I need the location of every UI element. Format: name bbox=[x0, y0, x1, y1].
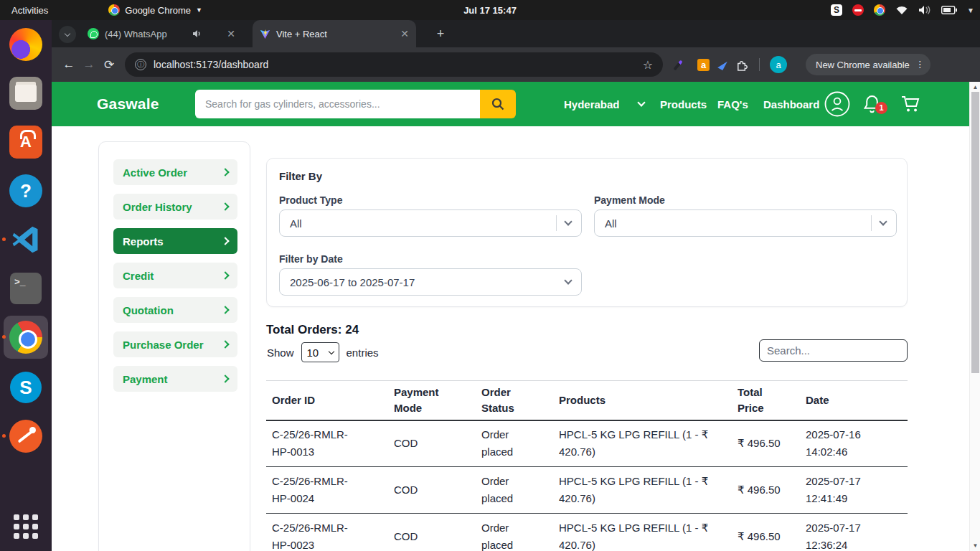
system-menu-chevron-icon[interactable]: ▼ bbox=[967, 6, 974, 14]
nav-link-faqs[interactable]: FAQ's bbox=[717, 82, 748, 126]
battery-icon[interactable] bbox=[941, 6, 957, 14]
extensions-icon[interactable] bbox=[735, 58, 749, 72]
reload-icon[interactable]: ⟳ bbox=[99, 55, 119, 75]
forward-icon[interactable]: → bbox=[79, 55, 99, 75]
browser-menu-icon[interactable]: ⋮ bbox=[915, 61, 925, 68]
new-tab-button[interactable]: + bbox=[432, 25, 449, 42]
help-icon: ? bbox=[9, 174, 42, 207]
dock-ubuntu-software[interactable]: A bbox=[7, 123, 44, 161]
chevron-down-icon bbox=[564, 217, 572, 225]
activities-button[interactable]: Activities bbox=[11, 5, 48, 16]
city-label: Hyderabad bbox=[564, 98, 620, 110]
toolbar-separator bbox=[759, 58, 760, 71]
chevron-right-icon bbox=[221, 271, 229, 279]
cell-order-status: Order placed bbox=[481, 420, 559, 467]
sidebar-item-payment[interactable]: Payment bbox=[113, 366, 237, 392]
cell-date: 2025-07-16 14:02:46 bbox=[806, 420, 908, 467]
sidebar-item-label: Purchase Order bbox=[123, 339, 204, 351]
skype-tray-icon[interactable]: S bbox=[831, 4, 842, 16]
site-search-button[interactable] bbox=[480, 90, 516, 118]
col-order-id: Order ID bbox=[266, 381, 394, 420]
dock-help[interactable]: ? bbox=[7, 172, 44, 209]
payment-mode-select[interactable]: All bbox=[594, 209, 897, 237]
site-search-input[interactable] bbox=[195, 90, 480, 118]
cell-total-price: ₹ 496.50 bbox=[738, 467, 806, 514]
page-scrollbar[interactable]: ▲ ▼ bbox=[969, 82, 980, 551]
cell-date: 2025-07-17 12:36:24 bbox=[806, 514, 908, 551]
scrollbar-thumb[interactable] bbox=[971, 92, 979, 373]
page-size-row: Show 10 entries bbox=[267, 342, 379, 362]
back-icon[interactable]: ← bbox=[59, 55, 79, 75]
dock-terminal[interactable]: >_ bbox=[7, 270, 44, 307]
chrome-tray-icon[interactable] bbox=[874, 4, 885, 16]
sidebar-item-order-history[interactable]: Order History bbox=[113, 194, 237, 220]
tab-search-button[interactable] bbox=[59, 26, 76, 43]
cell-order-status: Order placed bbox=[481, 467, 559, 514]
bookmark-star-icon[interactable]: ☆ bbox=[643, 58, 653, 72]
extension-a-icon[interactable]: a bbox=[697, 59, 710, 71]
dock-show-applications[interactable] bbox=[7, 508, 44, 545]
tab-close-icon[interactable]: ✕ bbox=[227, 28, 235, 39]
vscode-icon bbox=[10, 224, 42, 255]
sidebar-item-credit[interactable]: Credit bbox=[113, 263, 237, 288]
wifi-icon[interactable] bbox=[895, 5, 908, 15]
product-type-value: All bbox=[290, 217, 302, 230]
table-search-input[interactable] bbox=[759, 339, 908, 362]
profile-avatar[interactable]: a bbox=[770, 56, 787, 73]
chrome-icon bbox=[108, 4, 120, 16]
sidebar-item-label: Quotation bbox=[123, 304, 174, 316]
chevron-down-icon bbox=[564, 276, 572, 284]
sidebar-item-reports[interactable]: Reports bbox=[113, 228, 237, 254]
cell-products: HPCL-5 KG LPG REFILL (1 - ₹ 420.76) bbox=[559, 420, 738, 467]
dock-files[interactable] bbox=[7, 75, 44, 112]
chevron-right-icon bbox=[221, 375, 229, 382]
table-row[interactable]: C-25/26-RMLR-HP-0013 COD Order placed HP… bbox=[266, 420, 908, 467]
app-menu-button[interactable]: Google Chrome ▼ bbox=[108, 4, 202, 16]
site-logo[interactable]: Gaswale bbox=[97, 95, 159, 113]
sidebar-item-active-order[interactable]: Active Order bbox=[113, 159, 237, 185]
nav-link-products[interactable]: Products bbox=[660, 82, 707, 126]
table-row[interactable]: C-25/26-RMLR-HP-0024 COD Order placed HP… bbox=[266, 467, 908, 514]
cart-button[interactable] bbox=[900, 82, 920, 126]
cell-products: HPCL-5 KG LPG REFILL (1 - ₹ 420.76) bbox=[559, 514, 738, 551]
chevron-down-icon bbox=[879, 217, 887, 225]
do-not-disturb-icon[interactable] bbox=[852, 4, 864, 16]
tab-vite-react[interactable]: Vite + React ✕ bbox=[253, 20, 416, 47]
extension-pen-icon[interactable] bbox=[674, 58, 687, 71]
entries-select[interactable]: 10 bbox=[301, 342, 339, 362]
product-type-select[interactable]: All bbox=[279, 209, 582, 237]
chrome-update-button[interactable]: New Chrome available ⋮ bbox=[806, 54, 930, 75]
dock-postman[interactable] bbox=[7, 418, 44, 455]
notifications-button[interactable]: 1 bbox=[863, 82, 881, 126]
scroll-up-icon[interactable]: ▲ bbox=[970, 84, 980, 90]
table-header-row: Order ID Payment Mode Order Status Produ… bbox=[266, 381, 908, 420]
city-selector[interactable]: Hyderabad bbox=[564, 82, 644, 126]
product-type-label: Product Type bbox=[279, 194, 342, 206]
browser-toolbar: ← → ⟳ ⓘ localhost:5173/dashboard ☆ a a N… bbox=[52, 47, 980, 82]
dock-firefox[interactable] bbox=[7, 26, 44, 63]
scroll-down-icon[interactable]: ▼ bbox=[970, 542, 980, 549]
col-date: Date bbox=[806, 381, 908, 420]
col-order-status: Order Status bbox=[481, 381, 559, 420]
dock-chrome[interactable] bbox=[7, 319, 44, 356]
table-row[interactable]: C-25/26-RMLR-HP-0023 COD Order placed HP… bbox=[266, 514, 908, 551]
dock-skype[interactable]: S bbox=[7, 369, 44, 406]
address-bar[interactable]: ⓘ localhost:5173/dashboard ☆ bbox=[125, 52, 663, 77]
cell-order-id: C-25/26-RMLR-HP-0013 bbox=[266, 420, 394, 467]
sidebar-item-purchase-order[interactable]: Purchase Order bbox=[113, 331, 237, 357]
tab-whatsapp[interactable]: (44) WhatsApp ✕ bbox=[80, 20, 242, 47]
volume-muted-icon[interactable] bbox=[918, 5, 931, 15]
clock[interactable]: Jul 17 15:47 bbox=[463, 5, 517, 16]
sidebar-item-quotation[interactable]: Quotation bbox=[113, 297, 237, 323]
tab-audio-icon[interactable] bbox=[192, 29, 202, 38]
system-top-bar: Activities Google Chrome ▼ Jul 17 15:47 … bbox=[0, 0, 980, 20]
filter-panel: Filter By Product Type All Payment Mode … bbox=[266, 158, 908, 307]
date-range-select[interactable]: 2025-06-17 to 2025-07-17 bbox=[279, 268, 582, 296]
extension-arrow-icon[interactable] bbox=[717, 59, 727, 70]
nav-link-dashboard[interactable]: Dashboard bbox=[763, 82, 819, 126]
account-button[interactable] bbox=[824, 82, 850, 126]
site-info-icon[interactable]: ⓘ bbox=[135, 59, 146, 70]
sidebar-item-label: Order History bbox=[123, 201, 192, 213]
tab-close-icon[interactable]: ✕ bbox=[400, 28, 409, 39]
dock-vscode[interactable] bbox=[7, 221, 44, 258]
